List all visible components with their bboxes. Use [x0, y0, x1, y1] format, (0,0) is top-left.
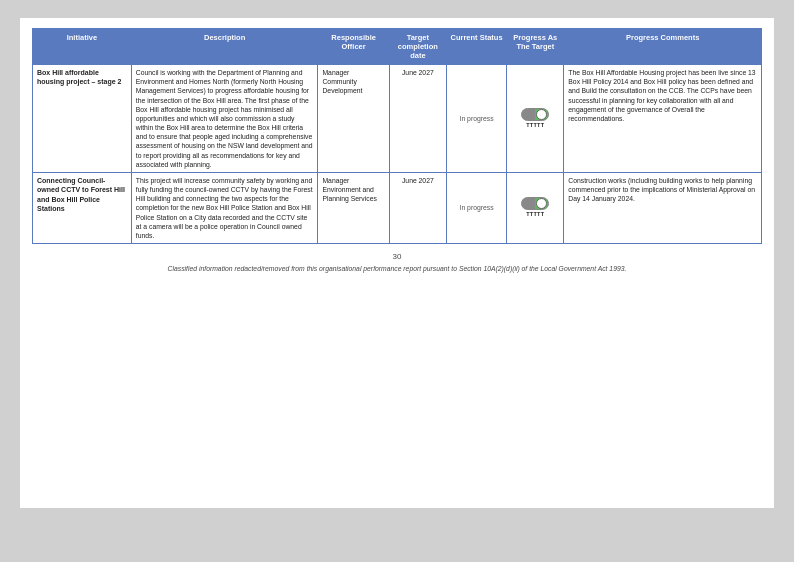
row2-toggle[interactable] — [521, 197, 549, 210]
row2-comments: Construction works (including building w… — [564, 172, 762, 243]
footer-text: Classified information redacted/removed … — [168, 265, 627, 272]
row2-toggle-container: TTTTT — [511, 197, 559, 218]
row1-officer: Manager Community Development — [318, 65, 389, 173]
header-officer: Responsible Officer — [318, 29, 389, 65]
row1-status: In progress — [446, 65, 506, 173]
table-row: Connecting Council-owned CCTV to Forest … — [33, 172, 762, 243]
header-comments: Progress Comments — [564, 29, 762, 65]
row2-initiative: Connecting Council-owned CCTV to Forest … — [33, 172, 132, 243]
row1-description: Council is working with the Department o… — [131, 65, 318, 173]
page-container: Initiative Description Responsible Offic… — [20, 18, 774, 508]
row2-status: In progress — [446, 172, 506, 243]
initiatives-table: Initiative Description Responsible Offic… — [32, 28, 762, 244]
page-number: 30 — [393, 252, 402, 261]
row2-description: This project will increase community saf… — [131, 172, 318, 243]
row1-initiative: Box Hill affordable housing project – st… — [33, 65, 132, 173]
row1-toggle-knob — [536, 109, 547, 120]
header-progress: Progress As The Target — [507, 29, 564, 65]
row1-toggle-label: TTTTT — [526, 122, 544, 129]
header-status: Current Status — [446, 29, 506, 65]
header-initiative: Initiative — [33, 29, 132, 65]
row1-comments: The Box Hill Affordable Housing project … — [564, 65, 762, 173]
row1-progress: TTTTT — [507, 65, 564, 173]
row1-target-date: June 2027 — [389, 65, 446, 173]
row1-toggle-container: TTTTT — [511, 108, 559, 129]
row2-officer: Manager Environment and Planning Service… — [318, 172, 389, 243]
header-target: Target completion date — [389, 29, 446, 65]
row2-toggle-knob — [536, 198, 547, 209]
table-row: Box Hill affordable housing project – st… — [33, 65, 762, 173]
row2-progress: TTTTT — [507, 172, 564, 243]
header-description: Description — [131, 29, 318, 65]
row2-toggle-label: TTTTT — [526, 211, 544, 218]
row2-target-date: June 2027 — [389, 172, 446, 243]
row1-toggle[interactable] — [521, 108, 549, 121]
